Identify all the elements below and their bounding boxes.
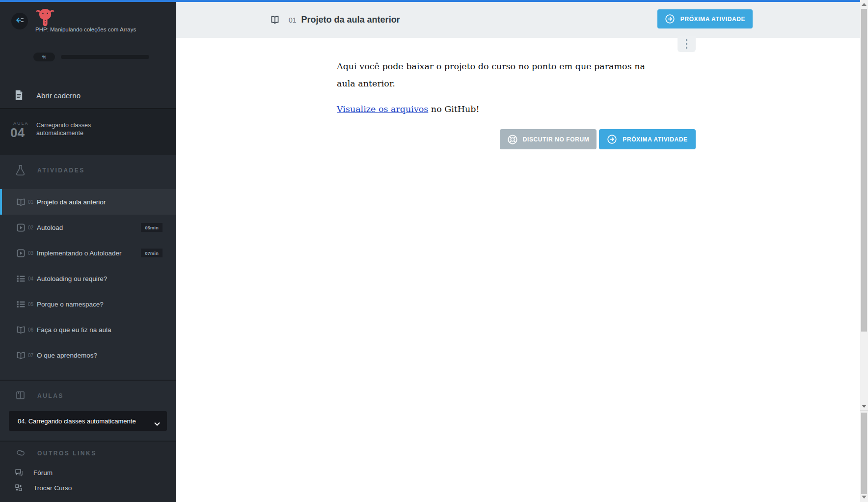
- chat-bubbles-icon: [15, 469, 23, 477]
- book-icon: [15, 390, 26, 401]
- lessons-section: AULAS 04. Carregando classes automaticam…: [0, 380, 176, 442]
- lessons-header-label: AULAS: [37, 392, 64, 399]
- other-links-section: OUTROS LINKS Fórum: [0, 441, 176, 502]
- lesson-select-value: 04. Carregando classes automaticamente: [18, 418, 136, 425]
- link-suffix-text: no GitHub!: [428, 104, 479, 114]
- activity-item-07[interactable]: 07 O que aprendemos?: [0, 342, 176, 368]
- discuss-forum-button[interactable]: DISCUTIR NO FORUM: [500, 129, 597, 149]
- activity-label: Porque o namespace?: [37, 301, 104, 308]
- php-elephant-logo-icon: [35, 6, 55, 28]
- grid-icon: [15, 484, 23, 492]
- book-open-icon: [16, 197, 26, 207]
- activities-section-header: ATIVIDADES: [0, 155, 176, 186]
- scroll-up-arrow[interactable]: [862, 3, 867, 6]
- vertical-scrollbar[interactable]: [860, 0, 868, 502]
- course-progress: %: [33, 53, 151, 61]
- activity-number: 04: [28, 276, 35, 281]
- next-activity-button-top[interactable]: PRÓXIMA ATIVIDADE: [657, 9, 753, 28]
- video-icon: [16, 223, 26, 232]
- activity-item-06[interactable]: 06 Faça o que eu fiz na aula: [0, 317, 176, 342]
- duration-badge: 07min: [141, 249, 163, 257]
- life-ring-icon: [507, 134, 517, 144]
- list-icon: [16, 274, 26, 283]
- activity-header-number: 01: [289, 16, 297, 24]
- activity-label: O que aprendemos?: [37, 352, 97, 359]
- activity-label: Projeto da aula anterior: [37, 198, 106, 206]
- video-icon: [16, 249, 26, 258]
- link-icon: [15, 448, 26, 459]
- lesson-select-dropdown[interactable]: 04. Carregando classes automaticamente: [9, 411, 167, 431]
- progress-bar: [61, 55, 149, 59]
- lessons-section-header: AULAS: [0, 381, 176, 411]
- activity-label: Implementando o Autoloader: [37, 250, 122, 257]
- activity-number: 06: [28, 327, 35, 333]
- activity-item-02[interactable]: 02 Autoload 05min: [0, 215, 176, 240]
- activity-item-03[interactable]: 03 Implementando o Autoloader 07min: [0, 240, 176, 266]
- sidebar-item-forum[interactable]: Fórum: [0, 465, 176, 480]
- activity-header: 01 Projeto da aula anterior PRÓXIMA ATIV…: [176, 2, 860, 38]
- sidebar-item-open-notebook[interactable]: Abrir caderno: [0, 84, 176, 107]
- arrow-circle-right-icon: [665, 14, 675, 24]
- activities-section: ATIVIDADES 01 Projeto da aula anterior: [0, 155, 176, 380]
- next-activity-label: PRÓXIMA ATIVIDADE: [623, 136, 687, 143]
- top-accent-bar: [0, 0, 860, 2]
- lesson-title: Carregando classes automaticamente: [36, 121, 139, 137]
- scrollbar-thumb[interactable]: [861, 9, 867, 332]
- current-lesson-banner: AULA 04 Carregando classes automaticamen…: [0, 108, 176, 156]
- activity-label: Autoload: [37, 224, 63, 231]
- activity-item-01[interactable]: 01 Projeto da aula anterior: [0, 189, 176, 215]
- collapse-sidebar-button[interactable]: [11, 13, 28, 29]
- activity-label: Autoloading ou require?: [37, 275, 107, 282]
- page-title: Projeto da aula anterior: [301, 15, 400, 25]
- open-notebook-label: Abrir caderno: [36, 91, 81, 100]
- change-course-label: Trocar Curso: [33, 484, 72, 492]
- activity-number: 03: [28, 251, 35, 256]
- arrow-circle-right-icon: [607, 134, 617, 144]
- sidebar: PHP: Manipulando coleções com Arrays % A…: [0, 0, 176, 502]
- back-arrow-icon: [15, 15, 25, 27]
- view-files-link[interactable]: Visualize os arquivos: [337, 104, 428, 114]
- activity-number: 02: [28, 225, 35, 230]
- scroll-down-arrow[interactable]: [862, 405, 867, 408]
- activity-actions: DISCUTIR NO FORUM PRÓXIMA ATIVIDADE: [337, 129, 696, 149]
- activity-item-05[interactable]: 05 Porque o namespace?: [0, 291, 176, 317]
- activity-content: Aqui você pode baixar o projeto do curso…: [337, 38, 696, 149]
- activities-header-label: ATIVIDADES: [37, 167, 85, 174]
- flask-icon: [15, 165, 26, 176]
- activity-item-04[interactable]: 04 Autoloading ou require?: [0, 266, 176, 291]
- duration-badge: 05min: [141, 223, 163, 232]
- chevron-down-icon: [154, 419, 160, 423]
- book-open-icon: [16, 325, 26, 335]
- alura-course-page: PHP: Manipulando coleções com Arrays % A…: [0, 0, 868, 502]
- list-icon: [16, 300, 26, 309]
- activity-paragraph: Aqui você pode baixar o projeto do curso…: [337, 58, 651, 92]
- other-links-section-header: OUTROS LINKS: [0, 442, 176, 465]
- activity-number: 01: [28, 199, 35, 205]
- book-open-icon: [16, 351, 26, 360]
- other-links-header-label: OUTROS LINKS: [37, 450, 97, 457]
- activity-number: 07: [28, 353, 35, 358]
- activity-number: 05: [28, 302, 35, 307]
- next-activity-button-bottom[interactable]: PRÓXIMA ATIVIDADE: [599, 129, 696, 149]
- sidebar-item-change-course[interactable]: Trocar Curso: [0, 480, 176, 496]
- activity-label: Faça o que eu fiz na aula: [37, 326, 111, 334]
- course-title: PHP: Manipulando coleções com Arrays: [35, 26, 148, 33]
- document-icon: [15, 90, 23, 100]
- main-area: 01 Projeto da aula anterior PRÓXIMA ATIV…: [176, 0, 860, 502]
- github-link-line: Visualize os arquivos no GitHub!: [337, 104, 696, 114]
- progress-percent-badge: %: [33, 53, 55, 61]
- scrollbar-divider: [860, 410, 868, 411]
- activities-list: 01 Projeto da aula anterior 02 Autoload …: [0, 189, 176, 368]
- lesson-number: 04: [10, 125, 25, 140]
- scrollbar-thumb-outer[interactable]: [861, 413, 867, 494]
- discuss-forum-label: DISCUTIR NO FORUM: [523, 136, 590, 143]
- next-activity-label: PRÓXIMA ATIVIDADE: [680, 16, 745, 23]
- book-open-icon: [270, 16, 280, 25]
- scroll-down-arrow-outer[interactable]: [862, 496, 867, 499]
- forum-label: Fórum: [33, 469, 53, 476]
